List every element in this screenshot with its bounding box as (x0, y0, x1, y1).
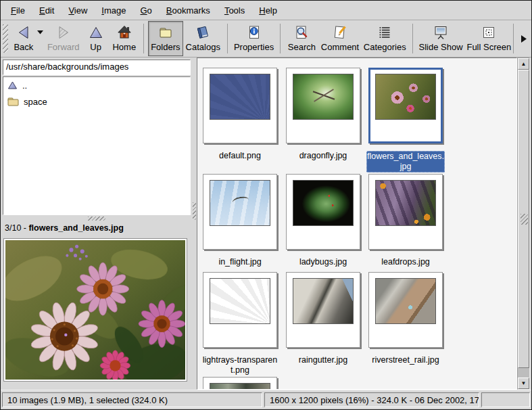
categories-label: Categories (364, 42, 406, 52)
toolbar-overflow-button[interactable] (518, 21, 530, 56)
image-thumbnail[interactable]: in_flight.jpg (203, 174, 277, 267)
back-history-dropdown[interactable] (37, 21, 43, 56)
folder-item-parent[interactable]: .. (3, 77, 190, 93)
image-thumbnail[interactable]: ladybugs.jpg (286, 174, 360, 267)
comment-label: Comment (321, 42, 359, 52)
image-filename: ladybugs.jpg (284, 257, 362, 267)
menu-go[interactable]: Go (134, 2, 158, 19)
image-filename: flowers_and_leaves.jpg (366, 151, 445, 173)
image-filename: default.png (201, 151, 279, 161)
images-summary-text: 10 images (1.9 MB), 1 selected (324.0 K) (7, 395, 168, 405)
flowers-photo (5, 240, 185, 380)
image-filename: raingutter.jpg (284, 355, 362, 365)
comment-icon (332, 24, 348, 41)
up-icon (88, 24, 104, 41)
scroll-up-button[interactable]: ▲ (518, 58, 529, 70)
full-screen-button[interactable]: Full Screen (465, 21, 514, 56)
image-thumbnail[interactable]: default.png (203, 68, 277, 161)
thumb-picture (375, 180, 436, 226)
thumb-picture (293, 278, 354, 324)
menubar: File Edit View Image Go Bookmarks Tools … (1, 1, 531, 20)
home-label: Home (112, 42, 136, 52)
browser-side-panel: /usr/share/backgrounds/images .. space (1, 58, 192, 390)
home-button[interactable]: Home (110, 21, 139, 56)
thumb-picture (375, 278, 436, 324)
up-button[interactable]: Up (82, 21, 110, 56)
statusbar-image-info: 1600 x 1200 pixels (16%) - 324.0 K - 06 … (264, 392, 479, 407)
toolbar-drag-handle[interactable] (3, 24, 8, 53)
menu-view[interactable]: View (62, 2, 93, 19)
back-label: Back (14, 42, 33, 52)
image-filename: riverstreet_rail.jpg (366, 355, 445, 365)
statusbar-extra (481, 392, 530, 407)
thumb-picture (293, 180, 354, 226)
image-filename: in_flight.jpg (201, 257, 279, 267)
slide-show-button[interactable]: Slide Show (417, 21, 465, 56)
menu-help[interactable]: Help (253, 2, 283, 19)
folder-item-label: space (24, 97, 47, 107)
full-screen-icon (481, 24, 497, 41)
categories-icon (377, 24, 393, 41)
chevron-right-icon (521, 35, 527, 43)
slide-show-label: Slide Show (419, 42, 463, 52)
scroll-down-button[interactable]: ▼ (518, 378, 529, 389)
toolbar-separator (280, 24, 281, 53)
toolbar-separator (143, 24, 144, 53)
menu-tools[interactable]: Tools (218, 2, 251, 19)
preview-status-text: 3/10 - flowers_and_leaves.jpg (1, 221, 192, 236)
thumb-picture (210, 180, 270, 226)
folders-button[interactable]: Folders (148, 21, 183, 56)
comment-button[interactable]: Comment (318, 21, 361, 56)
statusbar: 10 images (1.9 MB), 1 selected (324.0 K)… (1, 390, 531, 409)
folder-icon (7, 97, 19, 106)
scrollbar-thumb[interactable] (518, 70, 529, 368)
image-thumbnail[interactable]: riverstreet_rail.jpg (368, 272, 443, 365)
selected-filename: flowers_and_leaves.jpg (28, 223, 123, 233)
folders-label: Folders (151, 42, 180, 52)
menu-file[interactable]: File (5, 2, 31, 19)
menu-bookmarks[interactable]: Bookmarks (160, 2, 216, 19)
chevron-down-icon (37, 30, 43, 35)
menu-image[interactable]: Image (95, 2, 132, 19)
categories-button[interactable]: Categories (362, 21, 408, 56)
statusbar-summary: 10 images (1.9 MB), 1 selected (324.0 K) (2, 392, 262, 407)
up-label: Up (90, 42, 101, 52)
vertical-scrollbar[interactable]: ▲ ▼ (517, 58, 530, 390)
search-button[interactable]: Search (285, 21, 318, 56)
folder-list: .. space (3, 76, 191, 215)
panel-splitter[interactable] (192, 58, 197, 390)
menu-edit[interactable]: Edit (33, 2, 60, 19)
thumbnail-grid[interactable]: default.png dragonfly.jpg flowers_and_le… (197, 58, 517, 390)
image-thumbnail[interactable]: leafdrops.jpg (368, 174, 443, 267)
folder-item-space[interactable]: space (3, 93, 190, 110)
image-thumbnail[interactable]: dragonfly.jpg (286, 68, 360, 161)
back-button[interactable]: Back (10, 21, 37, 56)
image-thumbnail[interactable]: raingutter.jpg (286, 272, 360, 365)
properties-button[interactable]: Properties (232, 21, 276, 56)
scrollbar-trough[interactable] (518, 368, 529, 378)
toolbar-separator (412, 24, 413, 53)
forward-button[interactable]: Forward (45, 21, 82, 56)
home-icon (116, 24, 132, 41)
catalogs-button[interactable]: Catalogs (183, 21, 223, 56)
toolbar-separator (227, 24, 228, 53)
catalogs-label: Catalogs (186, 42, 220, 52)
folders-icon (158, 24, 174, 41)
thumb-picture (210, 383, 270, 390)
location-entry[interactable]: /usr/share/backgrounds/images (3, 60, 191, 75)
forward-label: Forward (47, 42, 80, 52)
image-thumbnail-selected[interactable]: flowers_and_leaves.jpg (368, 68, 443, 173)
gthumb-window: File Edit View Image Go Bookmarks Tools … (0, 0, 532, 410)
full-screen-label: Full Screen (466, 42, 511, 52)
image-preview-pane (1, 236, 192, 390)
image-filename: dragonfly.jpg (284, 151, 362, 161)
image-counter: 3/10 - (5, 223, 26, 233)
preview-splitter[interactable] (1, 215, 192, 221)
toolbar-separator (513, 24, 514, 53)
preview-image (3, 238, 187, 382)
catalogs-icon (195, 24, 211, 41)
image-filename: lightrays-transparent.png (201, 355, 279, 375)
image-thumbnail[interactable] (203, 377, 277, 390)
image-thumbnail[interactable]: lightrays-transparent.png (203, 272, 277, 375)
search-icon (293, 24, 310, 41)
